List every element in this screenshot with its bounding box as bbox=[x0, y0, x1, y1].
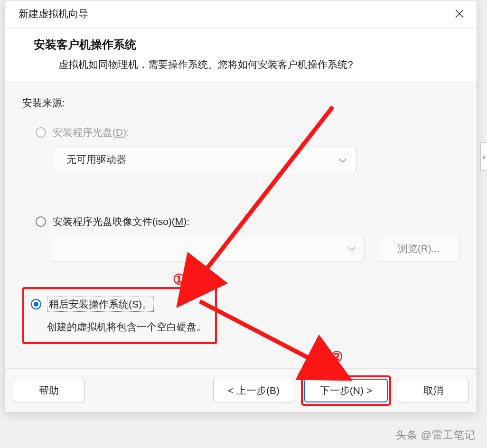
disc-dropdown[interactable]: 无可用驱动器 bbox=[53, 147, 356, 172]
annotation-number-2: ② bbox=[328, 348, 345, 365]
option-later-desc: 创建的虚拟机将包含一个空白硬盘。 bbox=[31, 320, 208, 334]
footer: 帮助 < 上一步(B) 下一步(N) > 取消 bbox=[5, 368, 477, 412]
content-area: 安装来源: 安装程序光盘(D): 无可用驱动器 安装程序光盘映像文件(iso)(… bbox=[5, 83, 477, 368]
header-title: 安装客户机操作系统 bbox=[34, 37, 458, 52]
annotation-number-1: ① bbox=[170, 271, 187, 288]
iso-path-combo[interactable] bbox=[51, 236, 365, 261]
svg-line-5 bbox=[200, 301, 318, 363]
option-disc-row[interactable]: 安装程序光盘(D): bbox=[36, 126, 459, 139]
chevron-down-icon bbox=[348, 244, 356, 253]
header-band: 安装客户机操作系统 虚拟机如同物理机，需要操作系统。您将如何安装客户机操作系统? bbox=[5, 27, 477, 83]
header-subtitle: 虚拟机如同物理机，需要操作系统。您将如何安装客户机操作系统? bbox=[34, 58, 458, 71]
titlebar: 新建虚拟机向导 bbox=[5, 0, 477, 27]
bg-side-tab: › bbox=[480, 142, 487, 171]
dialog-title: 新建虚拟机向导 bbox=[19, 7, 88, 20]
source-label: 安装来源: bbox=[22, 96, 459, 110]
option-iso-label: 安装程序光盘映像文件(iso)(M): bbox=[53, 215, 189, 228]
next-button[interactable]: 下一步(N) > bbox=[304, 379, 388, 402]
browse-button[interactable]: 浏览(R)... bbox=[378, 236, 459, 261]
option-later-row[interactable]: 稍后安装操作系统(S)。 bbox=[31, 297, 208, 312]
option-later-highlight: 稍后安装操作系统(S)。 创建的虚拟机将包含一个空白硬盘。 bbox=[22, 287, 217, 344]
close-button[interactable] bbox=[451, 5, 468, 22]
radio-disc[interactable] bbox=[36, 127, 46, 138]
radio-later[interactable] bbox=[31, 299, 41, 309]
wizard-dialog: 新建虚拟机向导 安装客户机操作系统 虚拟机如同物理机，需要操作系统。您将如何安装… bbox=[5, 0, 477, 413]
disc-dropdown-value: 无可用驱动器 bbox=[66, 153, 126, 166]
iso-input-row: 浏览(R)... bbox=[51, 236, 459, 261]
radio-iso[interactable] bbox=[36, 216, 46, 227]
option-disc-label: 安装程序光盘(D): bbox=[53, 126, 129, 139]
option-later-label: 稍后安装操作系统(S)。 bbox=[47, 297, 154, 312]
next-button-highlight: 下一步(N) > bbox=[301, 375, 391, 406]
bg-side-text bbox=[478, 199, 487, 218]
chevron-down-icon bbox=[339, 154, 347, 165]
cancel-button[interactable]: 取消 bbox=[398, 379, 469, 402]
option-iso-row[interactable]: 安装程序光盘映像文件(iso)(M): bbox=[36, 215, 459, 228]
help-button[interactable]: 帮助 bbox=[13, 379, 85, 402]
back-button[interactable]: < 上一步(B) bbox=[213, 379, 294, 402]
watermark: 头条 @雷工笔记 bbox=[396, 428, 476, 442]
close-icon bbox=[455, 9, 464, 18]
